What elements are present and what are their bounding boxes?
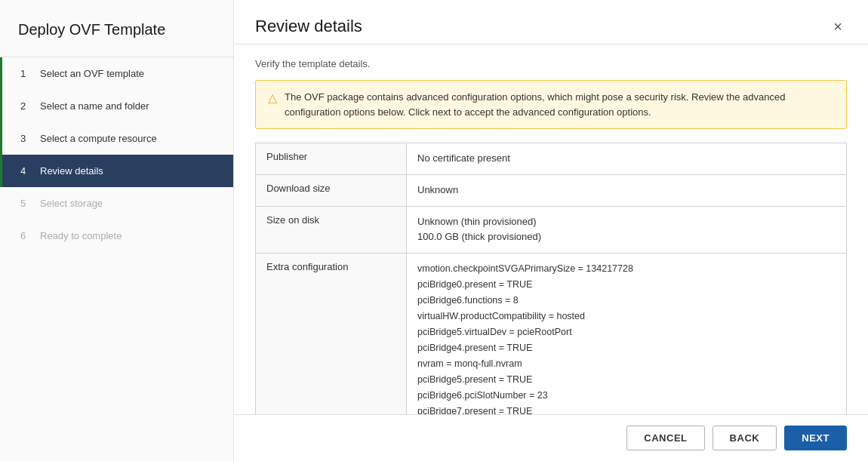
back-button[interactable]: BACK <box>713 426 777 450</box>
details-table: PublisherNo certificate presentDownload … <box>255 143 847 414</box>
row-label: Extra configuration <box>256 254 407 414</box>
page-title: Review details <box>255 17 362 36</box>
config-line: pciBridge4.present = TRUE <box>417 340 836 355</box>
close-button[interactable]: × <box>829 17 847 35</box>
multiline-value: 100.0 GB (thick provisioned) <box>417 229 836 245</box>
table-row: Size on diskUnknown (thin provisioned)10… <box>256 206 847 254</box>
sidebar-step-3[interactable]: 3 Select a compute resource <box>0 122 233 155</box>
sidebar-step-1[interactable]: 1 Select an OVF template <box>0 57 233 90</box>
config-line: vmotion.checkpointSVGAPrimarySize = 1342… <box>417 261 836 276</box>
subtitle: Verify the template details. <box>255 58 847 69</box>
config-line: pciBridge7.present = TRUE <box>417 404 836 414</box>
cancel-button[interactable]: CANCEL <box>626 426 704 450</box>
sidebar-step-6: 6 Ready to complete <box>0 220 233 252</box>
config-line: pciBridge0.present = TRUE <box>417 277 836 292</box>
warning-text: The OVF package contains advanced config… <box>285 90 834 119</box>
config-line: nvram = monq-full.nvram <box>417 356 836 371</box>
modal-container: Deploy OVF Template 1 Select an OVF temp… <box>0 0 868 461</box>
table-row: PublisherNo certificate present <box>256 143 847 175</box>
main-panel: Review details × Verify the template det… <box>234 0 868 461</box>
step-number: 2 <box>20 100 32 112</box>
config-line: virtualHW.productCompatibility = hosted <box>417 309 836 324</box>
row-label: Download size <box>256 174 407 206</box>
step-label: Select storage <box>40 198 103 209</box>
table-row: Download sizeUnknown <box>256 174 847 206</box>
sidebar-step-2[interactable]: 2 Select a name and folder <box>0 90 233 122</box>
table-row: Extra configurationvmotion.checkpointSVG… <box>256 254 847 414</box>
sidebar-steps: 1 Select an OVF template2 Select a name … <box>0 57 233 461</box>
step-label: Review details <box>40 165 103 177</box>
sidebar-step-4[interactable]: 4 Review details <box>0 155 233 187</box>
sidebar-title: Deploy OVF Template <box>0 0 233 57</box>
next-button[interactable]: NEXT <box>784 426 847 450</box>
warning-box: △ The OVF package contains advanced conf… <box>255 80 847 129</box>
config-line: pciBridge6.functions = 8 <box>417 293 836 308</box>
row-label: Size on disk <box>256 206 407 254</box>
step-number: 4 <box>20 165 32 177</box>
row-label: Publisher <box>256 143 407 175</box>
step-label: Select a name and folder <box>40 100 149 112</box>
step-number: 1 <box>20 68 32 79</box>
step-number: 3 <box>20 133 32 144</box>
step-number: 6 <box>20 230 32 241</box>
multiline-value: Unknown (thin provisioned) <box>417 214 836 230</box>
main-header: Review details × <box>234 0 868 45</box>
step-label: Select an OVF template <box>40 68 144 79</box>
step-number: 5 <box>20 198 32 209</box>
warning-icon: △ <box>268 91 277 105</box>
row-value: Unknown <box>407 174 847 206</box>
config-line: pciBridge5.present = TRUE <box>417 372 836 387</box>
step-label: Ready to complete <box>40 230 122 241</box>
main-body: Verify the template details. △ The OVF p… <box>234 45 868 414</box>
row-value: Unknown (thin provisioned)100.0 GB (thic… <box>407 206 847 254</box>
config-line: pciBridge6.pciSlotNumber = 23 <box>417 388 836 403</box>
row-value: vmotion.checkpointSVGAPrimarySize = 1342… <box>407 254 847 414</box>
config-lines: vmotion.checkpointSVGAPrimarySize = 1342… <box>417 261 836 414</box>
sidebar: Deploy OVF Template 1 Select an OVF temp… <box>0 0 234 461</box>
config-line: pciBridge5.virtualDev = pcieRootPort <box>417 324 836 340</box>
main-footer: CANCEL BACK NEXT <box>234 414 868 461</box>
step-label: Select a compute resource <box>40 133 157 144</box>
sidebar-step-5: 5 Select storage <box>0 187 233 220</box>
row-value: No certificate present <box>407 143 847 175</box>
